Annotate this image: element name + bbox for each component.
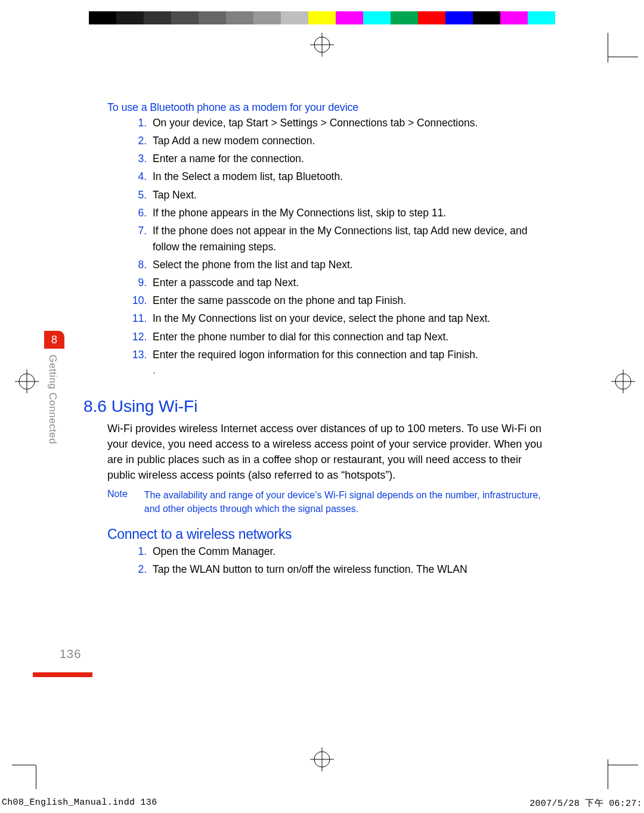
registration-mark-right [611, 370, 635, 393]
chapter-tab: 8 Getting Connected [44, 331, 64, 444]
list-item: Tap Add a new modem connection. [132, 133, 549, 149]
list-item: Enter the required logon information for… [132, 347, 549, 363]
subheading-bluetooth-modem: To use a Bluetooth phone as a modem for … [107, 101, 549, 114]
list-item: If the phone does not appear in the My C… [132, 223, 549, 255]
steps-list-bluetooth: On your device, tap Start > Settings > C… [132, 115, 549, 363]
footer-filename: Ch08_English_Manual.indd 136 [2, 798, 157, 809]
list-item: Select the phone from the list and tap N… [132, 257, 549, 273]
steps-list-wireless: Open the Comm Manager.Tap the WLAN butto… [132, 544, 549, 578]
list-item: In the Select a modem list, tap Bluetoot… [132, 169, 549, 185]
print-footer: Ch08_English_Manual.indd 136 2007/5/28 下… [2, 798, 642, 809]
note-label: Note [107, 489, 128, 516]
page-number-bar [33, 672, 92, 677]
registration-mark-top [310, 33, 334, 57]
note-text: The availability and range of your devic… [144, 489, 549, 516]
wifi-description: Wi-Fi provides wireless Internet access … [107, 421, 549, 483]
registration-mark-left [15, 370, 39, 393]
list-item: Tap Next. [132, 187, 549, 203]
page-number: 136 [60, 647, 81, 661]
crop-mark [602, 33, 638, 69]
chapter-number-badge: 8 [44, 331, 64, 349]
chapter-name: Getting Connected [47, 355, 58, 444]
list-item: Open the Comm Manager. [132, 544, 549, 560]
list-item: Enter the same passcode on the phone and… [132, 293, 549, 309]
list-item: Tap the WLAN button to turn on/off the w… [132, 561, 549, 578]
list-item: On your device, tap Start > Settings > C… [132, 115, 549, 131]
subheading-connect-wireless: Connect to a wireless networks [107, 526, 549, 542]
crop-mark [602, 753, 638, 789]
registration-mark-bottom [310, 747, 334, 771]
note: Note The availability and range of your … [107, 489, 549, 516]
color-calibration-bar [61, 11, 583, 24]
list-item: In the My Connections list on your devic… [132, 311, 549, 327]
list-item: Enter the phone number to dial for this … [132, 329, 549, 345]
list-item: Enter a name for the connection. [132, 151, 549, 167]
page-content: To use a Bluetooth phone as a modem for … [107, 101, 549, 579]
footer-timestamp: 2007/5/28 下午 06:27: [530, 798, 642, 809]
list-item: If the phone appears in the My Connectio… [132, 205, 549, 221]
crop-mark [12, 753, 48, 789]
list-item: Enter a passcode and tap Next. [132, 275, 549, 291]
section-title-wifi: 8.6 Using Wi-Fi [83, 397, 549, 416]
